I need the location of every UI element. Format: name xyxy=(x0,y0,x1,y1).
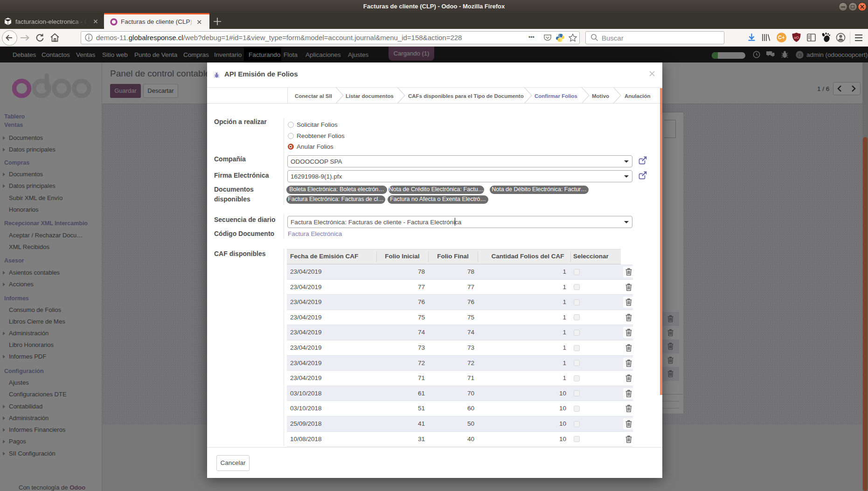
svg-text:uO: uO xyxy=(794,35,799,40)
